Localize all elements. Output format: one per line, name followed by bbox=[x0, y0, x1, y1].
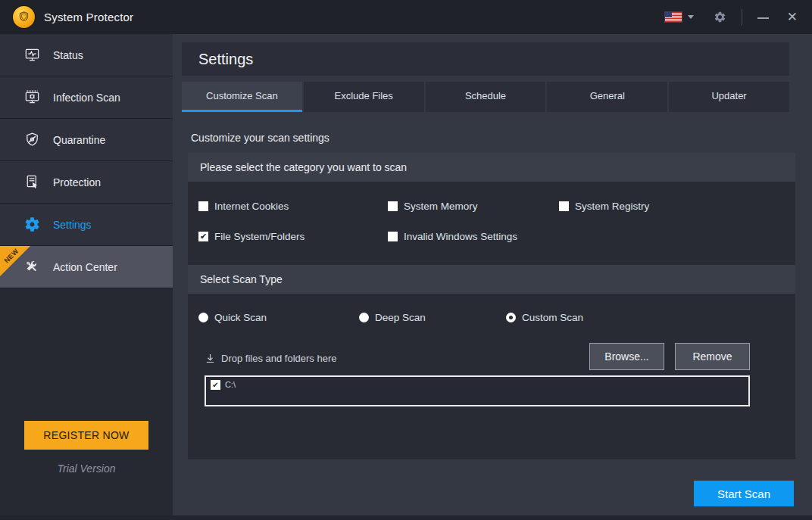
drop-files-zone[interactable]: Drop files and folders here bbox=[205, 353, 336, 364]
checkbox-label: File System/Folders bbox=[214, 231, 304, 242]
remove-button[interactable]: Remove bbox=[675, 343, 750, 370]
monitor-pulse-icon bbox=[23, 46, 41, 64]
minimize-button[interactable] bbox=[757, 12, 769, 23]
page-title: Settings bbox=[198, 51, 253, 68]
chevron-down-icon bbox=[688, 15, 694, 19]
scan-settings-subtitle: Customize your scan settings bbox=[191, 132, 812, 144]
sidebar-item-status[interactable]: Status bbox=[0, 34, 173, 76]
drop-files-label: Drop files and folders here bbox=[221, 353, 336, 364]
document-cursor-icon bbox=[23, 173, 41, 191]
tab-updater[interactable]: Updater bbox=[669, 82, 789, 112]
path-item-c-drive[interactable]: C:\ bbox=[211, 380, 744, 390]
tab-customize-scan[interactable]: Customize Scan bbox=[182, 82, 302, 112]
sidebar-item-label: Settings bbox=[53, 219, 92, 231]
tab-general[interactable]: General bbox=[547, 82, 667, 112]
radio-label: Deep Scan bbox=[375, 312, 426, 323]
footer: Start Scan bbox=[694, 481, 794, 506]
checkbox-box bbox=[388, 232, 398, 241]
tools-icon bbox=[23, 258, 41, 276]
tab-schedule[interactable]: Schedule bbox=[426, 82, 546, 112]
titlebar-controls: ✕ bbox=[665, 9, 798, 26]
shield-bug-icon bbox=[23, 131, 41, 148]
scan-paths-listbox[interactable]: C:\ bbox=[205, 375, 750, 406]
scan-type-section-header: Select Scan Type bbox=[188, 265, 795, 294]
language-selector[interactable] bbox=[665, 12, 694, 22]
app-title: System Protector bbox=[44, 11, 133, 23]
tab-exclude-files[interactable]: Exclude Files bbox=[304, 82, 424, 112]
checkbox-box bbox=[198, 232, 208, 241]
checkbox-box bbox=[559, 201, 569, 211]
sidebar: Status Infection Scan bbox=[0, 34, 173, 520]
checkbox-system-memory[interactable]: System Memory bbox=[388, 201, 559, 212]
sidebar-item-infection-scan[interactable]: Infection Scan bbox=[0, 76, 173, 119]
settings-tabs: Customize Scan Exclude Files Schedule Ge… bbox=[182, 82, 789, 112]
register-now-button[interactable]: REGISTER NOW bbox=[24, 421, 148, 450]
checkbox-box bbox=[198, 201, 208, 211]
gear-icon bbox=[23, 216, 41, 233]
sidebar-item-label: Status bbox=[53, 49, 83, 61]
monitor-bug-icon bbox=[23, 89, 41, 106]
sidebar-item-label: Quarantine bbox=[53, 134, 105, 146]
radio-circle bbox=[198, 313, 208, 322]
titlebar-settings-button[interactable] bbox=[714, 11, 726, 23]
us-flag-icon bbox=[665, 12, 682, 22]
sidebar-item-label: Action Center bbox=[53, 261, 117, 273]
titlebar: System Protector ✕ bbox=[0, 0, 812, 34]
trial-version-label: Trial Version bbox=[0, 462, 173, 475]
category-section-header: Please select the category you want to s… bbox=[188, 153, 795, 182]
start-scan-button[interactable]: Start Scan bbox=[694, 481, 794, 506]
sidebar-item-protection[interactable]: Protection bbox=[0, 161, 173, 204]
checkbox-label: Invalid Windows Settings bbox=[404, 231, 517, 242]
sidebar-footer: REGISTER NOW Trial Version bbox=[0, 421, 173, 475]
sidebar-item-action-center[interactable]: NEW Action Center bbox=[0, 246, 173, 288]
checkbox-label: System Memory bbox=[404, 201, 478, 212]
checkbox-system-registry[interactable]: System Registry bbox=[559, 201, 785, 212]
custom-scan-controls: Drop files and folders here Browse... Re… bbox=[205, 343, 750, 370]
sidebar-item-label: Infection Scan bbox=[53, 92, 120, 104]
radio-deep-scan[interactable]: Deep Scan bbox=[359, 312, 506, 323]
checkbox-box bbox=[388, 201, 398, 211]
scan-type-options: Quick Scan Deep Scan Custom Scan bbox=[188, 294, 795, 323]
radio-label: Quick Scan bbox=[214, 312, 267, 323]
radio-quick-scan[interactable]: Quick Scan bbox=[198, 312, 359, 323]
app-logo-icon bbox=[13, 6, 35, 28]
gear-icon bbox=[714, 11, 726, 23]
window-bottom-edge bbox=[0, 515, 812, 520]
download-icon bbox=[205, 353, 216, 364]
checkbox-label: System Registry bbox=[575, 201, 649, 212]
checkbox-file-system-folders[interactable]: File System/Folders bbox=[198, 231, 388, 242]
category-options: Internet Cookies System Memory System Re… bbox=[188, 182, 795, 265]
sidebar-item-label: Protection bbox=[53, 176, 101, 188]
browse-button[interactable]: Browse... bbox=[589, 343, 664, 370]
sidebar-item-quarantine[interactable]: Quarantine bbox=[0, 119, 173, 161]
checkbox-invalid-windows-settings[interactable]: Invalid Windows Settings bbox=[388, 231, 559, 242]
close-button[interactable]: ✕ bbox=[787, 11, 798, 23]
checkbox-box bbox=[211, 380, 220, 390]
radio-circle bbox=[359, 313, 369, 322]
radio-custom-scan[interactable]: Custom Scan bbox=[506, 312, 785, 323]
checkbox-internet-cookies[interactable]: Internet Cookies bbox=[198, 201, 388, 212]
titlebar-divider bbox=[742, 9, 742, 26]
path-label: C:\ bbox=[225, 380, 236, 389]
page-header: Settings bbox=[182, 42, 789, 76]
app-window: System Protector ✕ bbox=[0, 0, 812, 520]
radio-circle bbox=[506, 313, 516, 322]
path-buttons: Browse... Remove bbox=[589, 343, 750, 370]
scan-settings-panel: Please select the category you want to s… bbox=[188, 153, 795, 459]
checkbox-label: Internet Cookies bbox=[214, 201, 289, 212]
sidebar-item-settings[interactable]: Settings bbox=[0, 204, 173, 246]
radio-label: Custom Scan bbox=[522, 312, 583, 323]
main-content: Settings Customize Scan Exclude Files Sc… bbox=[173, 34, 812, 520]
